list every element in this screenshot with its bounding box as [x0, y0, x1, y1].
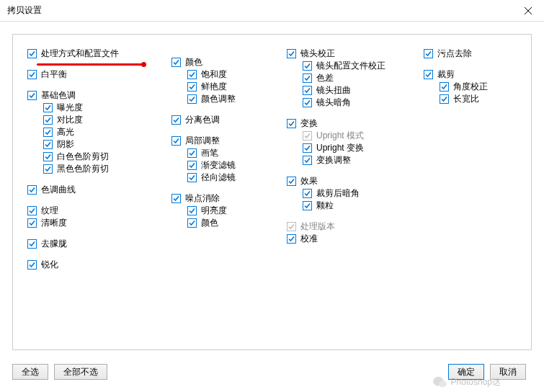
checkbox-label: 去朦胧	[41, 238, 67, 250]
checkbox-label: Upright 模式	[316, 130, 364, 142]
checkbox-box	[43, 152, 53, 161]
checkbox-gradient-filter[interactable]: 渐变滤镜	[171, 159, 280, 172]
checkbox-box	[287, 234, 296, 244]
checkbox-label: 鲜艳度	[201, 81, 227, 93]
checkbox-label: 饱和度	[201, 68, 227, 81]
checkbox-nr-color[interactable]: 颜色	[171, 217, 280, 229]
checkbox-box	[187, 161, 197, 170]
checkbox-saturation[interactable]: 饱和度	[171, 68, 280, 81]
checkbox-exposure[interactable]: 曝光度	[27, 102, 164, 114]
ok-button[interactable]: 确定	[448, 364, 484, 380]
checkbox-label: 基础色调	[41, 89, 76, 102]
spacer	[171, 126, 280, 135]
checkbox-label: 镜头扭曲	[316, 84, 351, 97]
spacer	[287, 166, 416, 175]
checkbox-upright-transform[interactable]: Upright 变换	[287, 142, 416, 154]
checkbox-transform[interactable]: 变换	[287, 117, 416, 130]
checkbox-luminance[interactable]: 明亮度	[171, 205, 280, 217]
cancel-button[interactable]: 取消	[490, 364, 526, 380]
checkbox-radial-filter[interactable]: 径向滤镜	[171, 172, 280, 184]
checkbox-box	[171, 58, 181, 67]
checkbox-brush[interactable]: 画笔	[171, 147, 280, 159]
checkbox-lens-correction[interactable]: 镜头校正	[287, 48, 416, 60]
checkbox-box	[187, 70, 197, 79]
checkbox-angle[interactable]: 角度校正	[424, 81, 517, 93]
checkbox-local-adjust[interactable]: 局部调整	[171, 135, 280, 147]
checkbox-highlights[interactable]: 高光	[27, 126, 164, 138]
checkbox-black-clip[interactable]: 黑色色阶剪切	[27, 163, 164, 175]
checkbox-vibrance[interactable]: 鲜艳度	[171, 81, 280, 93]
checkbox-label: 颜色	[185, 56, 202, 68]
checkbox-calibration[interactable]: 校准	[287, 233, 416, 245]
checkbox-grain[interactable]: 颗粒	[287, 200, 416, 212]
checkbox-label: 裁剪后暗角	[316, 187, 360, 200]
checkbox-upright-mode: Upright 模式	[287, 130, 416, 142]
checkbox-label: 变换	[300, 117, 318, 130]
close-icon	[525, 7, 532, 14]
checkbox-label: 镜头暗角	[316, 97, 351, 109]
checkbox-label: 分离色调	[185, 114, 220, 126]
checkbox-box	[424, 49, 433, 58]
checkbox-box	[171, 115, 181, 125]
column-4: 污点去除裁剪角度校正长宽比	[416, 48, 517, 342]
checkbox-box	[303, 98, 312, 107]
checkbox-white-clip[interactable]: 白色色阶剪切	[27, 151, 164, 163]
checkbox-color-adjust[interactable]: 颜色调整	[171, 93, 280, 105]
checkbox-dehaze[interactable]: 去朦胧	[27, 238, 164, 250]
checkbox-label: 径向滤镜	[201, 172, 236, 184]
checkbox-spot-removal[interactable]: 污点去除	[424, 48, 517, 60]
checkbox-transform-adjust[interactable]: 变换调整	[287, 154, 416, 166]
checkbox-aspect-ratio[interactable]: 长宽比	[424, 93, 517, 105]
checkbox-lens-distortion[interactable]: 镜头扭曲	[287, 84, 416, 97]
checkbox-box	[171, 194, 181, 203]
checkbox-box	[27, 91, 37, 100]
checkbox-box	[187, 206, 197, 215]
checkbox-label: 效果	[300, 175, 318, 187]
checkbox-box	[43, 103, 53, 112]
checkbox-label: 阴影	[57, 138, 74, 151]
checkbox-sharpen[interactable]: 锐化	[27, 259, 164, 271]
checkbox-label: 噪点消除	[185, 192, 220, 205]
checkbox-lens-vignette[interactable]: 镜头暗角	[287, 97, 416, 109]
checkbox-box	[187, 82, 197, 92]
spacer	[287, 109, 416, 117]
checkbox-contrast[interactable]: 对比度	[27, 114, 164, 126]
checkbox-chromatic[interactable]: 色差	[287, 72, 416, 84]
checkbox-box	[43, 164, 53, 174]
spacer	[27, 175, 164, 184]
checkbox-tone-curve[interactable]: 色调曲线	[27, 184, 164, 196]
checkbox-white-balance[interactable]: 白平衡	[27, 68, 164, 81]
column-3: 镜头校正镜头配置文件校正色差镜头扭曲镜头暗角变换Upright 模式Uprigh…	[280, 48, 416, 342]
checkbox-box	[303, 189, 312, 198]
checkbox-post-crop-vignette[interactable]: 裁剪后暗角	[287, 187, 416, 200]
checkbox-shadows[interactable]: 阴影	[27, 138, 164, 151]
titlebar: 拷贝设置	[0, 0, 544, 22]
select-none-button[interactable]: 全部不选	[54, 364, 107, 380]
checkbox-lens-profile[interactable]: 镜头配置文件校正	[287, 60, 416, 72]
checkbox-box	[27, 70, 37, 79]
close-button[interactable]	[512, 0, 544, 21]
checkbox-effects[interactable]: 效果	[287, 175, 416, 187]
checkbox-box	[424, 70, 433, 79]
checkbox-basic-tone[interactable]: 基础色调	[27, 89, 164, 102]
checkbox-box	[187, 173, 197, 182]
select-all-button[interactable]: 全选	[12, 364, 48, 380]
checkbox-box	[303, 61, 312, 71]
checkbox-crop[interactable]: 裁剪	[424, 68, 517, 81]
checkbox-box	[43, 140, 53, 149]
checkbox-color[interactable]: 颜色	[171, 56, 280, 68]
checkbox-label: 对比度	[57, 114, 83, 126]
checkbox-clarity[interactable]: 清晰度	[27, 217, 164, 229]
checkbox-noise-reduction[interactable]: 噪点消除	[171, 192, 280, 205]
checkbox-split-tone[interactable]: 分离色调	[171, 114, 280, 126]
checkbox-texture[interactable]: 纹理	[27, 205, 164, 217]
spacer	[287, 212, 416, 220]
checkbox-label: 渐变滤镜	[201, 159, 236, 172]
checkbox-label: 局部调整	[185, 135, 220, 147]
checkbox-label: 裁剪	[437, 68, 455, 81]
checkbox-box	[303, 86, 312, 95]
checkbox-box	[440, 94, 449, 104]
checkbox-label: 白平衡	[41, 68, 67, 81]
checkbox-box	[171, 136, 181, 146]
checkbox-process-mode-profile[interactable]: 处理方式和配置文件	[27, 48, 164, 60]
